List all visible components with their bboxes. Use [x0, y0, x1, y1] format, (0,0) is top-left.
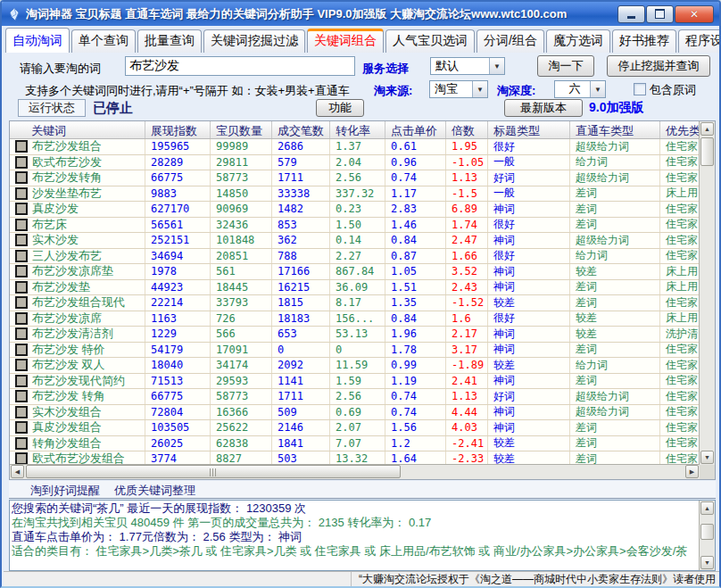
- query-input[interactable]: [125, 56, 355, 76]
- table-vertical-scrollbar[interactable]: ▲ ▼: [699, 121, 715, 465]
- table-row[interactable]: 真皮沙发组合1035052562221462.071.564.03神词差词住宅家: [10, 420, 700, 436]
- table-row[interactable]: 沙发坐垫布艺98831485033338337.321.17-1.5一般差词床上…: [10, 186, 700, 203]
- run-state-button[interactable]: 运行状态: [18, 99, 86, 117]
- row-checkbox[interactable]: [15, 312, 28, 325]
- horizontal-scroll-thumb[interactable]: [26, 465, 401, 478]
- chevron-down-icon[interactable]: ▼: [489, 58, 504, 74]
- tab-好书推荐[interactable]: 好书推荐: [612, 29, 676, 53]
- table-row[interactable]: 布艺床56561324368531.501.461.74很好差词住宅家: [10, 218, 700, 234]
- table-row[interactable]: 布艺沙发现代简约715132959311411.591.192.41神词差词住宅…: [10, 374, 700, 390]
- table-row[interactable]: 真皮沙发6271709096914820.232.836.89神词差词住宅家: [10, 202, 700, 218]
- include-original-checkbox[interactable]: 包含原词: [634, 82, 696, 98]
- tab-人气宝贝选词[interactable]: 人气宝贝选词: [385, 29, 475, 53]
- row-checkbox[interactable]: [15, 156, 28, 169]
- close-button[interactable]: ✕: [675, 5, 714, 23]
- tab-分词/组合[interactable]: 分词/组合: [477, 29, 544, 53]
- table-row[interactable]: 布艺沙发 双人1804034174209211.590.99-1.89较差给力词…: [10, 358, 700, 374]
- cell-2: 1229: [145, 327, 211, 342]
- scroll-down-icon[interactable]: ▼: [700, 451, 714, 464]
- latest-version-button[interactable]: 最新版本: [504, 99, 583, 117]
- table-row[interactable]: 布艺沙发组合1959659998926861.370.611.95很好超级给力词…: [10, 139, 700, 155]
- maximize-button[interactable]: [646, 5, 674, 23]
- cell-3: 18445: [211, 280, 272, 295]
- stop-mining-button[interactable]: 停止挖掘并查询: [607, 55, 710, 77]
- row-checkbox[interactable]: [15, 219, 28, 231]
- source-select[interactable]: 淘宝 ▼: [429, 80, 488, 98]
- scroll-up-icon[interactable]: ▲: [700, 122, 714, 136]
- scroll-down-icon[interactable]: ▼: [700, 556, 714, 569]
- table-row[interactable]: 转角沙发组合260256283818417.071.2-2.41较差差词住宅家: [10, 436, 700, 452]
- cell-3: 58773: [211, 389, 272, 404]
- scroll-left-icon[interactable]: ◀: [11, 465, 24, 478]
- row-checkbox[interactable]: [15, 375, 28, 387]
- minimize-button[interactable]: [617, 5, 645, 23]
- row-checkbox[interactable]: [15, 437, 28, 450]
- tab-自动淘词[interactable]: 自动淘词: [5, 28, 70, 53]
- column-header-9[interactable]: 直通车类型: [570, 121, 660, 138]
- column-header-1[interactable]: 关键词: [10, 121, 145, 138]
- table-row[interactable]: 布艺沙发凉席116372618183156...0.841.6很好较差床上用: [10, 311, 700, 327]
- row-checkbox[interactable]: [15, 281, 28, 294]
- vertical-scroll-thumb[interactable]: [700, 137, 714, 166]
- depth-select[interactable]: 六 ▼: [554, 80, 606, 98]
- table-row[interactable]: 布艺沙发组合现代222143379318158.171.35-1.52较差差词住…: [10, 295, 700, 311]
- cell-2: 34694: [145, 249, 211, 264]
- column-header-7[interactable]: 倍数: [446, 121, 488, 138]
- row-checkbox[interactable]: [15, 359, 28, 371]
- row-checkbox[interactable]: [15, 187, 28, 200]
- service-select[interactable]: 默认 ▼: [430, 57, 505, 75]
- column-header-4[interactable]: 成交笔数: [272, 121, 330, 138]
- cell-4: 2686: [272, 139, 330, 154]
- row-checkbox[interactable]: [15, 250, 28, 262]
- result-scroll-thumb[interactable]: [700, 524, 714, 540]
- cell-8: 较差: [488, 295, 570, 311]
- table-row[interactable]: 布艺沙发垫44923184451621536.091.512.43神词差词床上用: [10, 280, 700, 296]
- scroll-up-icon[interactable]: ▲: [700, 501, 714, 515]
- table-horizontal-scrollbar[interactable]: ◀ ▶: [10, 464, 700, 479]
- row-checkbox[interactable]: [15, 327, 28, 340]
- row-checkbox[interactable]: [15, 296, 28, 309]
- column-header-5[interactable]: 转化率: [330, 121, 385, 138]
- tab-quality-keywords[interactable]: 优质关键词整理: [114, 483, 195, 499]
- column-header-10[interactable]: 优先类: [660, 121, 700, 138]
- table-row[interactable]: 实木沙发2521511018483620.140.842.47神词超级给力词住宅…: [10, 233, 700, 249]
- tab-关键词组合[interactable]: 关键词组合: [307, 29, 384, 53]
- cell-8: 神词: [488, 264, 570, 279]
- table-row[interactable]: 布艺沙发 特价5417917091001.783.17神词差词住宅家: [10, 343, 700, 359]
- tab-good-word-alert[interactable]: 淘到好词提醒: [30, 483, 100, 499]
- row-checkbox[interactable]: [15, 421, 28, 434]
- checkbox-icon[interactable]: [634, 83, 646, 95]
- row-checkbox[interactable]: [15, 265, 28, 277]
- row-checkbox[interactable]: [15, 140, 28, 153]
- tab-批量查询[interactable]: 批量查询: [137, 29, 202, 53]
- chevron-down-icon[interactable]: ▼: [472, 81, 487, 97]
- result-scrollbar[interactable]: ▲ ▼: [699, 501, 715, 570]
- row-checkbox[interactable]: [15, 344, 28, 356]
- table-row[interactable]: 布艺沙发凉席垫197856117166867.841.053.52神词较差床上用: [10, 264, 700, 280]
- tab-单个查询[interactable]: 单个查询: [71, 29, 136, 53]
- function-button[interactable]: 功能: [316, 99, 364, 117]
- tab-关键词挖掘过滤[interactable]: 关键词挖掘过滤: [203, 29, 305, 53]
- table-row[interactable]: 欧式布艺沙发28289298115792.040.96-1.05一般给力词住宅家: [10, 155, 700, 171]
- row-checkbox[interactable]: [15, 406, 28, 418]
- table-row[interactable]: 布艺沙发转角667755877317112.560.741.13好词超级给力词住…: [10, 170, 700, 186]
- row-checkbox[interactable]: [15, 203, 28, 215]
- tab-程序设置[interactable]: 程序设置: [678, 29, 721, 53]
- cell-1: 布艺沙发转角: [10, 170, 145, 186]
- column-header-2[interactable]: 展现指数: [145, 121, 211, 138]
- search-button[interactable]: 淘一下: [537, 55, 594, 77]
- scroll-right-icon[interactable]: ▶: [685, 465, 699, 478]
- table-row[interactable]: 实木沙发组合72804163665090.690.744.44神词超级给力词住宅…: [10, 405, 700, 421]
- table-row[interactable]: 布艺沙发清洁剂122956665353.131.962.17神词较差洗护清: [10, 327, 700, 343]
- column-header-8[interactable]: 标题类型: [488, 121, 570, 138]
- column-header-6[interactable]: 点击单价: [385, 121, 446, 138]
- row-checkbox[interactable]: [15, 171, 28, 184]
- column-header-3[interactable]: 宝贝数量: [211, 121, 272, 138]
- tab-魔方选词[interactable]: 魔方选词: [546, 29, 610, 53]
- row-checkbox[interactable]: [15, 390, 28, 402]
- table-row[interactable]: 三人沙发布艺34694208517882.270.871.66很好给力词住宅家: [10, 249, 700, 265]
- table-row[interactable]: 布艺沙发 转角667755877317112.560.741.13好词超级给力词…: [10, 389, 700, 405]
- result-textarea[interactable]: 您搜索的关键词“茶几” 最近一天的展现指数： 1230359 次在淘宝共找到相关…: [9, 500, 716, 571]
- chevron-down-icon[interactable]: ▼: [590, 81, 605, 97]
- row-checkbox[interactable]: [15, 234, 28, 246]
